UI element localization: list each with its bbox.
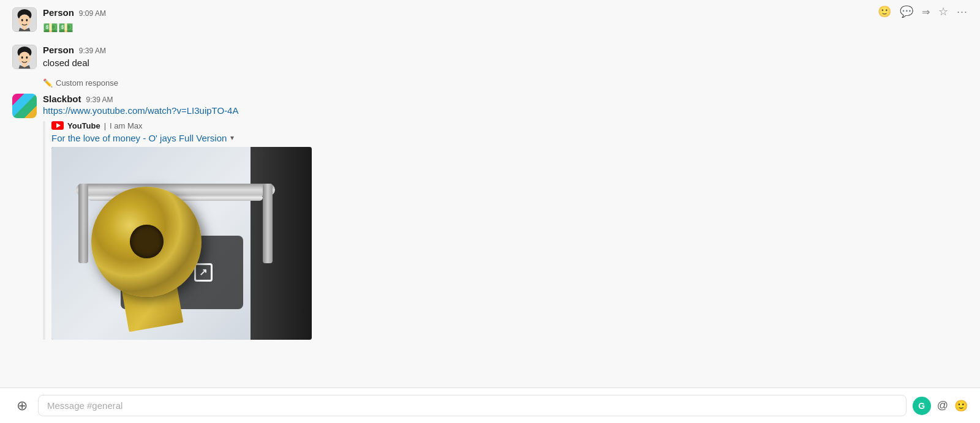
- search-message-icon[interactable]: 💬: [900, 5, 913, 18]
- chat-area: 🙂 💬 ⇒ ☆ ···: [0, 0, 980, 387]
- youtube-url-link[interactable]: https://www.youtube.com/watch?v=LI3uipTO…: [43, 105, 238, 116]
- message-input-area: ⊕ Message #general G @ 🙂: [0, 387, 980, 423]
- timestamp: 9:39 AM: [79, 47, 106, 55]
- slackbot-avatar: [12, 94, 37, 118]
- sender-name: Slackbot: [43, 94, 81, 104]
- video-source: YouTube: [67, 121, 100, 130]
- sender-name: Person: [43, 7, 74, 18]
- message-group: Person 9:09 AM 💵💵: [12, 7, 968, 36]
- message-header: Person 9:09 AM: [43, 7, 968, 18]
- message-input-placeholder: Message #general: [47, 400, 123, 411]
- message-content: Slackbot 9:39 AM https://www.youtube.com…: [43, 94, 968, 340]
- custom-response-link[interactable]: ✏️ Custom response: [43, 78, 968, 88]
- input-right-icons: G @ 🙂: [913, 397, 968, 415]
- sender-name: Person: [43, 45, 74, 55]
- emoji-reaction-icon[interactable]: 🙂: [878, 5, 891, 18]
- svg-point-4: [26, 19, 28, 21]
- youtube-icon: [51, 121, 64, 130]
- video-card-header: YouTube | I am Max: [51, 121, 361, 130]
- video-title[interactable]: For the love of money - O' jays Full Ver…: [51, 133, 227, 143]
- at-mention-icon[interactable]: @: [937, 399, 948, 412]
- avatar: [12, 7, 37, 32]
- message-header: Person 9:39 AM: [43, 45, 968, 55]
- pencil-icon: ✏️: [43, 78, 53, 88]
- message-group: Person 9:39 AM closed deal: [12, 45, 968, 70]
- grammarly-icon[interactable]: G: [913, 397, 931, 415]
- message-text: 💵💵: [43, 19, 968, 36]
- message-content: Person 9:39 AM closed deal: [43, 45, 968, 70]
- custom-response-label: Custom response: [56, 78, 118, 88]
- svg-point-10: [26, 56, 28, 59]
- video-thumbnail[interactable]: [51, 147, 312, 340]
- video-title-dropdown-icon[interactable]: ▾: [230, 133, 234, 142]
- message-group: Slackbot 9:39 AM https://www.youtube.com…: [12, 94, 968, 340]
- message-header: Slackbot 9:39 AM: [43, 94, 968, 104]
- svg-point-3: [21, 19, 23, 21]
- video-title-row: For the love of money - O' jays Full Ver…: [51, 133, 361, 143]
- svg-point-9: [21, 56, 23, 59]
- message-input-box[interactable]: Message #general: [38, 395, 907, 416]
- timestamp: 9:09 AM: [79, 9, 106, 18]
- message-content: Person 9:09 AM 💵💵: [43, 7, 968, 36]
- star-icon[interactable]: ☆: [938, 5, 948, 18]
- attachment-button[interactable]: ⊕: [12, 396, 32, 416]
- video-uploader: I am Max: [110, 121, 142, 130]
- emoji-picker-icon[interactable]: 🙂: [954, 399, 968, 413]
- more-options-icon[interactable]: ···: [957, 6, 968, 18]
- timestamp: 9:39 AM: [86, 95, 113, 104]
- message-text: closed deal: [43, 56, 968, 70]
- video-card: YouTube | I am Max For the love of money…: [43, 121, 361, 340]
- external-link-icon: [194, 263, 213, 282]
- avatar: [12, 45, 37, 69]
- video-source-separator: |: [104, 121, 106, 130]
- message-toolbar: 🙂 💬 ⇒ ☆ ···: [878, 5, 968, 18]
- video-thumbnail-bg: [51, 147, 312, 340]
- forward-icon[interactable]: ⇒: [922, 6, 930, 18]
